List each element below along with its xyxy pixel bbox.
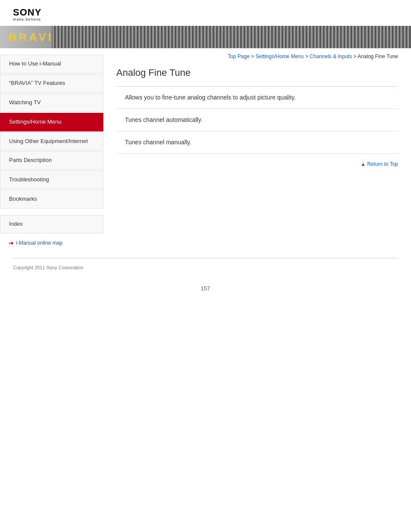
sony-header: SONY make.believe xyxy=(0,0,411,26)
page-title-section: Analog Fine Tune xyxy=(116,63,398,87)
page-number: 157 xyxy=(0,277,411,300)
sidebar-item-bookmarks[interactable]: Bookmarks xyxy=(0,190,103,208)
copyright-text: Copyright 2011 Sony Corporation xyxy=(13,265,83,270)
breadcrumb-settings[interactable]: Settings/Home Menu xyxy=(255,53,304,59)
sidebar: How to Use i-Manual “BRAVIA” TV Features… xyxy=(0,48,103,258)
main-container: How to Use i-Manual “BRAVIA” TV Features… xyxy=(0,48,411,258)
breadcrumb-sep2: > xyxy=(304,53,310,59)
sidebar-item-how-to-use[interactable]: How to Use i-Manual xyxy=(0,55,103,73)
sidebar-item-bravia-features[interactable]: “BRAVIA” TV Features xyxy=(0,74,103,93)
content-section-2: Tunes channel manually. xyxy=(116,131,398,154)
breadcrumb: Top Page > Settings/Home Menu > Channels… xyxy=(116,48,398,63)
sidebar-item-settings[interactable]: Settings/Home Menu xyxy=(0,113,103,131)
breadcrumb-sep3: > xyxy=(352,53,358,59)
section-description-2: Tunes channel manually. xyxy=(125,138,389,147)
sidebar-item-troubleshooting[interactable]: Troubleshooting xyxy=(0,171,103,189)
breadcrumb-sep1: > xyxy=(249,53,255,59)
sidebar-item-watching-tv[interactable]: Watching TV xyxy=(0,93,103,112)
content-section-1: Tunes channel automatically. xyxy=(116,109,398,131)
breadcrumb-channels[interactable]: Channels & Inputs xyxy=(310,53,352,59)
online-map-label: i-Manual online map xyxy=(16,240,62,246)
footer: Copyright 2011 Sony Corporation xyxy=(0,258,411,277)
content-section-0: Allows you to fine-tune analog channels … xyxy=(116,87,398,109)
online-map-link[interactable]: ➜ i-Manual online map xyxy=(0,234,103,252)
sony-tagline: make.believe xyxy=(13,17,398,22)
return-top-link[interactable]: Return to Top xyxy=(361,161,398,167)
sidebar-item-other-equipment[interactable]: Using Other Equipment/Internet xyxy=(0,132,103,151)
page-title: Analog Fine Tune xyxy=(116,63,398,82)
sony-logo: SONY xyxy=(13,8,398,17)
content-area: Top Page > Settings/Home Menu > Channels… xyxy=(103,48,411,258)
section-description-1: Tunes channel automatically. xyxy=(125,115,389,124)
sidebar-item-parts-description[interactable]: Parts Description xyxy=(0,151,103,170)
arrow-icon: ➜ xyxy=(9,240,14,246)
breadcrumb-top-page[interactable]: Top Page xyxy=(228,53,250,59)
breadcrumb-current: Analog Fine Tune xyxy=(358,53,398,59)
section-description-0: Allows you to fine-tune analog channels … xyxy=(125,93,389,102)
bravia-banner: BRAVIA 🖨 Print Font Size A A A xyxy=(0,26,411,48)
return-to-top[interactable]: Return to Top xyxy=(116,154,398,171)
sidebar-item-index[interactable]: Index xyxy=(0,215,103,233)
